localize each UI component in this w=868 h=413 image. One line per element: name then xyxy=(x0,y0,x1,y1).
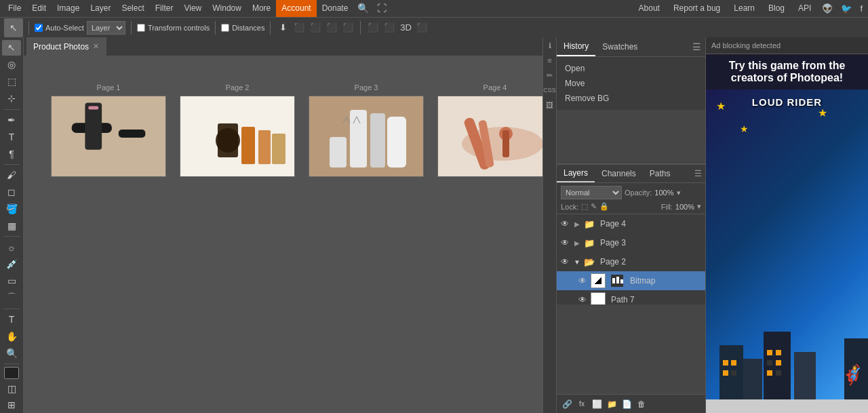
lasso-tool[interactable]: ◎ xyxy=(2,57,21,73)
channels-tab[interactable]: Channels xyxy=(595,165,643,182)
text-tool-3[interactable]: T xyxy=(2,311,21,327)
selection-tool[interactable]: ↖ xyxy=(2,40,21,56)
warp-tool[interactable]: ⌒ xyxy=(2,290,21,306)
link-layers-icon[interactable]: 🔗 xyxy=(561,398,573,410)
menu-donate[interactable]: Donate xyxy=(317,0,354,17)
shape-tool[interactable]: ▭ xyxy=(2,273,21,289)
transform-checkbox[interactable] xyxy=(137,24,145,32)
css-icon[interactable]: CSS xyxy=(545,85,555,96)
lock-position-icon[interactable]: ✎ xyxy=(591,202,597,211)
text-tool-2[interactable]: ¶ xyxy=(2,146,21,161)
document-tab[interactable]: Product Photos ✕ xyxy=(26,37,106,56)
gradient-tool[interactable]: ▦ xyxy=(2,218,21,233)
menu-image[interactable]: Image xyxy=(52,0,85,17)
distances-checkbox[interactable] xyxy=(221,24,229,32)
menu-layer[interactable]: Layer xyxy=(85,0,116,17)
lines-icon[interactable]: ≡ xyxy=(545,55,555,66)
layer-eye-bitmap[interactable]: 👁 xyxy=(577,275,588,286)
menu-view[interactable]: View xyxy=(178,0,207,17)
crop-tool[interactable]: ⊹ xyxy=(2,91,21,106)
opacity-arrow[interactable]: ▾ xyxy=(677,189,681,197)
layer-eye-page2[interactable]: 👁 xyxy=(559,256,570,267)
3d-icon[interactable]: 3D xyxy=(399,21,412,35)
twitter-icon[interactable]: 🐦 xyxy=(838,0,854,17)
smudge-tool[interactable]: ✋ xyxy=(2,328,21,344)
layers-tab[interactable]: Layers xyxy=(557,165,595,182)
info-icon[interactable]: ℹ xyxy=(545,40,555,51)
layer-row-page2[interactable]: 👁 ▼ 📂 Page 2 xyxy=(557,252,705,271)
menu-report-bug[interactable]: Report a bug xyxy=(668,0,726,17)
swatches-tab[interactable]: Swatches xyxy=(595,38,644,56)
fx-icon[interactable]: fx xyxy=(576,398,588,410)
type-tool[interactable]: T xyxy=(2,129,21,144)
layer-row-page3[interactable]: 👁 ▶ 📁 Page 3 xyxy=(557,233,705,252)
history-item-removebg[interactable]: Remove BG xyxy=(557,91,705,106)
eraser-tool[interactable]: ◻ xyxy=(2,184,21,200)
new-layer-icon[interactable]: 📄 xyxy=(620,398,633,410)
transform-icon[interactable]: ⬛ xyxy=(366,21,380,35)
layer-select[interactable]: Layer Group xyxy=(87,21,125,35)
brush-tool[interactable]: 🖌 xyxy=(2,168,21,183)
menu-account[interactable]: Account xyxy=(276,0,316,17)
menu-blog[interactable]: Blog xyxy=(763,0,790,17)
fill-arrow[interactable]: ▾ xyxy=(697,202,701,211)
history-tab[interactable]: History xyxy=(557,37,595,56)
history-item-move[interactable]: Move xyxy=(557,76,705,91)
menu-filter[interactable]: Filter xyxy=(150,0,179,17)
lock-pixel-icon[interactable]: ⬚ xyxy=(581,202,588,211)
layer-eye-page4[interactable]: 👁 xyxy=(559,218,570,229)
layers-menu-icon[interactable]: ☰ xyxy=(691,165,705,182)
image-icon[interactable]: 🖼 xyxy=(545,100,555,111)
history-item-open[interactable]: Open xyxy=(557,61,705,76)
blend-mode-select[interactable]: Normal xyxy=(561,186,622,199)
eyedropper-tool[interactable]: 💉 xyxy=(2,256,21,272)
align-center-icon[interactable]: ⬛ xyxy=(309,21,322,35)
fullscreen-icon[interactable]: ⛶ xyxy=(373,0,391,17)
align-left-icon[interactable]: ⬛ xyxy=(292,21,306,35)
menu-learn[interactable]: Learn xyxy=(728,0,760,17)
extra-icon[interactable]: ⬛ xyxy=(415,21,429,35)
foreground-color[interactable] xyxy=(4,367,19,379)
paths-tab[interactable]: Paths xyxy=(643,165,677,182)
dodge-tool[interactable]: ☼ xyxy=(2,239,21,255)
menu-file[interactable]: File xyxy=(3,0,26,17)
menu-about[interactable]: About xyxy=(633,0,665,17)
ad-content[interactable]: Try this game from the creators of Photo… xyxy=(706,54,868,413)
brush-icon[interactable]: ✏ xyxy=(545,70,555,81)
download-icon[interactable]: ⬇ xyxy=(276,21,290,35)
align-right-icon[interactable]: ⬛ xyxy=(325,21,338,35)
extra-tool-2[interactable]: ⊞ xyxy=(2,397,21,413)
reddit-icon[interactable]: 👽 xyxy=(819,0,835,17)
mask-icon[interactable]: ⬜ xyxy=(591,398,603,410)
paint-bucket[interactable]: 🪣 xyxy=(2,201,21,217)
layer-row-path7[interactable]: 👁 Path 7 xyxy=(557,290,705,304)
menu-edit[interactable]: Edit xyxy=(26,0,52,17)
group-icon[interactable]: 📁 xyxy=(606,398,618,410)
menu-select[interactable]: Select xyxy=(116,0,149,17)
delete-layer-icon[interactable]: 🗑 xyxy=(635,398,648,410)
layer-eye-path7[interactable]: 👁 xyxy=(577,294,588,304)
facebook-icon[interactable]: f xyxy=(857,0,865,17)
move-tool[interactable]: ↖ xyxy=(4,18,23,37)
layer-arrow-page3[interactable]: ▶ xyxy=(573,237,581,248)
marquee-tool[interactable]: ⬚ xyxy=(2,74,21,90)
pen-tool[interactable]: ✒ xyxy=(2,112,21,127)
distribute-icon[interactable]: ⬛ xyxy=(341,21,355,35)
warp-icon[interactable]: ⬛ xyxy=(382,21,396,35)
menu-api[interactable]: API xyxy=(793,0,816,17)
layer-eye-page3[interactable]: 👁 xyxy=(559,237,570,248)
panel-menu-icon[interactable]: ☰ xyxy=(688,37,705,56)
layer-row-page4[interactable]: 👁 ▶ 📁 Page 4 xyxy=(557,214,705,233)
layer-row-bitmap[interactable]: 👁 Bitmap xyxy=(557,271,705,290)
right-panel: History Swatches ☰ Open Move Remove BG L… xyxy=(556,37,705,413)
menu-more[interactable]: More xyxy=(247,0,276,17)
autoselect-checkbox[interactable] xyxy=(35,24,43,32)
extra-tool-1[interactable]: ◫ xyxy=(2,380,21,396)
layer-arrow-page2[interactable]: ▼ xyxy=(573,256,581,267)
zoom-tool[interactable]: 🔍 xyxy=(2,345,21,361)
lock-all-icon[interactable]: 🔒 xyxy=(599,202,609,211)
tab-close-button[interactable]: ✕ xyxy=(93,42,99,51)
menu-window[interactable]: Window xyxy=(207,0,247,17)
search-icon[interactable]: 🔍 xyxy=(353,0,373,17)
layer-arrow-page4[interactable]: ▶ xyxy=(573,218,581,229)
